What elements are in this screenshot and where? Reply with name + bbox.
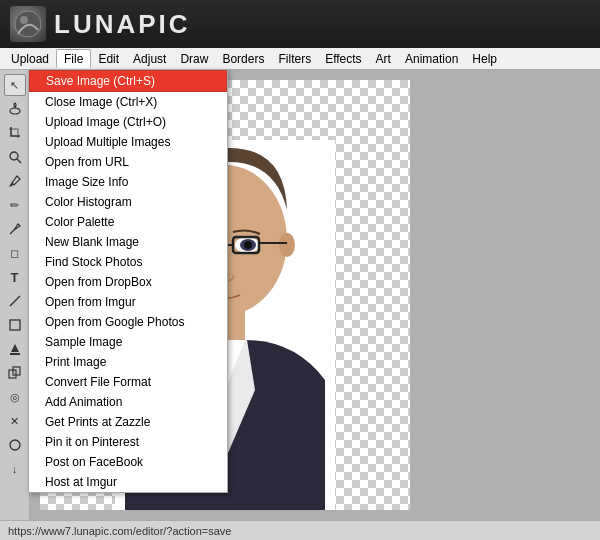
file-menu-animation[interactable]: Add Animation (29, 392, 227, 412)
status-url: https://www7.lunapic.com/editor/?action=… (8, 525, 231, 537)
file-menu-host-imgur[interactable]: Host at Imgur (29, 472, 227, 492)
menu-file[interactable]: File (56, 49, 91, 68)
tool-crop[interactable] (4, 122, 26, 144)
svg-point-3 (10, 152, 18, 160)
file-menu-color-histogram[interactable]: Color Histogram (29, 192, 227, 212)
menu-animation[interactable]: Animation (398, 50, 465, 68)
file-menu-open-imgur[interactable]: Open from Imgur (29, 292, 227, 312)
tool-fill[interactable] (4, 338, 26, 360)
file-menu-new-blank[interactable]: New Blank Image (29, 232, 227, 252)
menu-upload[interactable]: Upload (4, 50, 56, 68)
file-dropdown-menu: Save Image (Ctrl+S) Close Image (Ctrl+X)… (28, 69, 228, 493)
tool-cross[interactable]: ✕ (4, 410, 26, 432)
tool-shape[interactable] (4, 314, 26, 336)
svg-line-4 (17, 159, 21, 163)
menubar: Upload File Edit Adjust Draw Borders Fil… (0, 48, 600, 70)
header-bar: LUNAPIC (0, 0, 600, 48)
toolbar: ↖ ✏ ◻ T ◎ ✕ (0, 70, 30, 520)
tool-text[interactable]: T (4, 266, 26, 288)
tool-circle[interactable] (4, 434, 26, 456)
tool-cursor[interactable]: ↖ (4, 74, 26, 96)
file-menu-upload-multiple[interactable]: Upload Multiple Images (29, 132, 227, 152)
svg-rect-6 (10, 320, 20, 330)
file-menu-open-google[interactable]: Open from Google Photos (29, 312, 227, 332)
tool-pencil[interactable]: ✏ (4, 194, 26, 216)
file-menu-open-url[interactable]: Open from URL (29, 152, 227, 172)
tool-eraser[interactable]: ◻ (4, 242, 26, 264)
menu-draw[interactable]: Draw (173, 50, 215, 68)
file-menu-image-size[interactable]: Image Size Info (29, 172, 227, 192)
tool-lasso[interactable] (4, 98, 26, 120)
tool-zoom[interactable] (4, 146, 26, 168)
file-menu-convert[interactable]: Convert File Format (29, 372, 227, 392)
file-menu-close[interactable]: Close Image (Ctrl+X) (29, 92, 227, 112)
menu-adjust[interactable]: Adjust (126, 50, 173, 68)
tool-arrow-down[interactable]: ↓ (4, 458, 26, 480)
file-menu-upload[interactable]: Upload Image (Ctrl+O) (29, 112, 227, 132)
file-menu-sample[interactable]: Sample Image (29, 332, 227, 352)
tool-eyedropper[interactable] (4, 170, 26, 192)
menu-filters[interactable]: Filters (271, 50, 318, 68)
svg-point-2 (10, 108, 20, 114)
tool-blur[interactable]: ◎ (4, 386, 26, 408)
menu-borders[interactable]: Borders (215, 50, 271, 68)
tool-line[interactable] (4, 290, 26, 312)
file-menu-zazzle[interactable]: Get Prints at Zazzle (29, 412, 227, 432)
svg-point-15 (279, 233, 295, 257)
menu-edit[interactable]: Edit (91, 50, 126, 68)
svg-line-5 (10, 296, 20, 306)
logo-text: LUNAPIC (54, 9, 191, 40)
svg-point-21 (244, 241, 252, 249)
svg-point-1 (20, 16, 28, 24)
tool-brush[interactable] (4, 218, 26, 240)
menu-effects[interactable]: Effects (318, 50, 368, 68)
file-menu-facebook[interactable]: Post on FaceBook (29, 452, 227, 472)
file-menu-color-palette[interactable]: Color Palette (29, 212, 227, 232)
file-menu-pinterest[interactable]: Pin it on Pinterest (29, 432, 227, 452)
logo-area: LUNAPIC (10, 6, 191, 42)
tool-clone[interactable] (4, 362, 26, 384)
file-menu-find-stock[interactable]: Find Stock Photos (29, 252, 227, 272)
statusbar: https://www7.lunapic.com/editor/?action=… (0, 520, 600, 540)
menu-help[interactable]: Help (465, 50, 504, 68)
file-menu-save[interactable]: Save Image (Ctrl+S) (29, 70, 227, 92)
svg-point-10 (10, 440, 20, 450)
logo-icon (10, 6, 46, 42)
file-menu-open-dropbox[interactable]: Open from DropBox (29, 272, 227, 292)
menu-art[interactable]: Art (369, 50, 398, 68)
file-menu-print[interactable]: Print Image (29, 352, 227, 372)
